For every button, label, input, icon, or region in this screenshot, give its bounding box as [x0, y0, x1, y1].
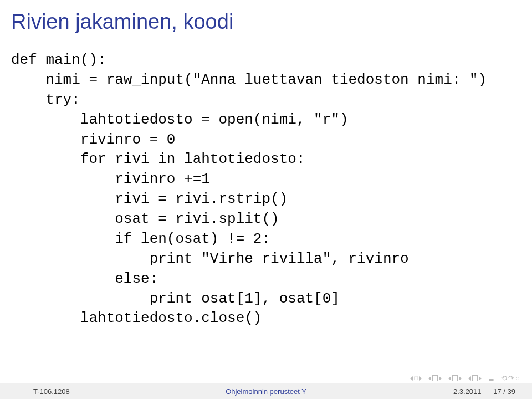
footer-course-name: Ohjelmoinnin perusteet Y: [226, 387, 306, 396]
footer: T-106.1208 Ohjelmoinnin perusteet Y 2.3.…: [0, 383, 532, 399]
footer-pages: 17 / 39: [493, 387, 515, 396]
nav-prev-section-icon[interactable]: [448, 375, 462, 381]
beamer-nav-icons: □ ≣ ⟲↷○: [410, 374, 520, 382]
nav-prev-frame-icon[interactable]: [428, 375, 442, 381]
code-block: def main(): nimi = raw_input("Anna luett…: [0, 50, 532, 329]
footer-right: 2.3.2011 17 / 39: [453, 387, 515, 396]
nav-prev-slide-icon[interactable]: □: [410, 375, 422, 381]
slide: Rivien jakaminen, koodi def main(): nimi…: [0, 0, 532, 399]
nav-bar-icon: ≣: [488, 375, 494, 382]
footer-date: 2.3.2011: [453, 387, 482, 396]
nav-circ-icon[interactable]: ⟲↷○: [501, 374, 520, 382]
nav-next-section-icon[interactable]: [468, 375, 482, 381]
footer-course-code: T-106.1208: [0, 387, 70, 396]
slide-title: Rivien jakaminen, koodi: [0, 0, 532, 50]
